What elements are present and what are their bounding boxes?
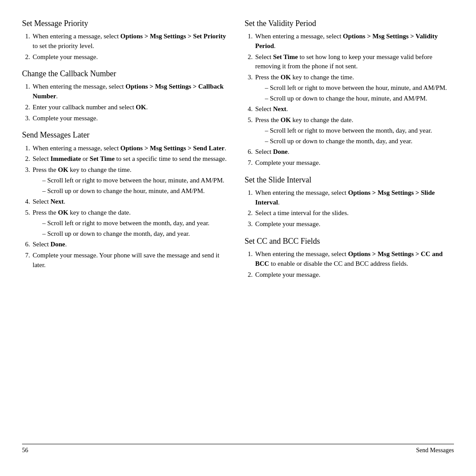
list-item: Press the OK key to change the time. Scr… xyxy=(32,165,231,196)
list-item: When entering a message, select Options … xyxy=(32,32,231,51)
list-item: Complete your message. xyxy=(254,270,454,280)
left-column: Set Message Priority When entering a mes… xyxy=(22,18,231,444)
list-item: Complete your message. xyxy=(32,114,231,123)
list-item: Scroll left or right to move between the… xyxy=(264,83,454,93)
page-footer: 56 Send Messages xyxy=(22,444,454,454)
list-item: When entering the message, select Option… xyxy=(254,188,454,208)
section-title-set-cc-bcc: Set CC and BCC Fields xyxy=(245,235,454,247)
set-slide-interval-list: When entering the message, select Option… xyxy=(254,188,454,229)
list-item: Scroll up or down to change the hour, mi… xyxy=(41,186,231,196)
set-validity-period-list: When entering a message, select Options … xyxy=(254,32,454,168)
list-item: Select Set Time to set how long to keep … xyxy=(254,52,454,72)
sub-list: Scroll left or right to move between the… xyxy=(41,176,231,196)
list-item: Scroll up or down to change the month, d… xyxy=(41,229,231,239)
list-item: Scroll up or down to change the month, d… xyxy=(264,137,454,146)
section-title-set-validity-period: Set the Validity Period xyxy=(245,18,454,29)
section-title-change-callback-number: Change the Callback Number xyxy=(22,68,231,79)
list-item: When entering a message, select Options … xyxy=(32,144,231,153)
list-item: Enter your callback number and select OK… xyxy=(32,103,231,112)
sub-list: Scroll left or right to move between the… xyxy=(264,83,454,104)
section-title-set-message-priority: Set Message Priority xyxy=(22,18,231,29)
sub-list: Scroll left or right to move between the… xyxy=(264,126,454,146)
list-item: Scroll left or right to move between the… xyxy=(41,219,231,228)
list-item: Complete your message. xyxy=(32,52,231,62)
list-item: When entering the message, select Option… xyxy=(254,249,454,269)
content-area: Set Message Priority When entering a mes… xyxy=(22,18,454,444)
list-item: Select Done. xyxy=(254,147,454,157)
list-item: When entering a message, select Options … xyxy=(254,32,454,51)
section-title-send-messages-later: Send Messages Later xyxy=(22,129,231,141)
list-item: When entering the message, select Option… xyxy=(32,82,231,101)
sub-list: Scroll left or right to move between the… xyxy=(41,219,231,239)
list-item: Select Next. xyxy=(32,197,231,207)
list-item: Scroll left or right to move between the… xyxy=(264,126,454,136)
chapter-title: Send Messages xyxy=(416,447,454,454)
list-item: Complete your message. xyxy=(254,158,454,168)
list-item: Select Immediate or Set Time to set a sp… xyxy=(32,154,231,164)
set-message-priority-list: When entering a message, select Options … xyxy=(32,32,231,62)
list-item: Press the OK key to change the date. Scr… xyxy=(254,115,454,146)
right-column: Set the Validity Period When entering a … xyxy=(245,18,454,444)
list-item: Select Next. xyxy=(254,104,454,114)
page-number: 56 xyxy=(22,447,28,454)
list-item: Select Done. xyxy=(32,240,231,249)
list-item: Select a time interval for the slides. xyxy=(254,208,454,218)
change-callback-number-list: When entering the message, select Option… xyxy=(32,82,231,123)
set-cc-bcc-list: When entering the message, select Option… xyxy=(254,249,454,279)
list-item: Scroll up or down to change the hour, mi… xyxy=(264,94,454,104)
list-item: Scroll left or right to move between the… xyxy=(41,176,231,186)
page: Set Message Priority When entering a mes… xyxy=(0,0,476,476)
send-messages-later-list: When entering a message, select Options … xyxy=(32,144,231,270)
list-item: Complete your message. Your phone will s… xyxy=(32,251,231,270)
section-title-set-slide-interval: Set the Slide Interval xyxy=(245,174,454,186)
list-item: Complete your message. xyxy=(254,219,454,229)
list-item: Press the OK key to change the date. Scr… xyxy=(32,208,231,238)
list-item: Press the OK key to change the time. Scr… xyxy=(254,73,454,103)
